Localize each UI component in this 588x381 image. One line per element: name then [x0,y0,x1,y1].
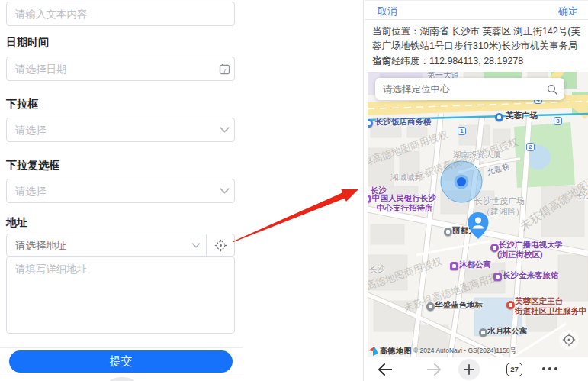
forward-icon[interactable] [424,357,444,381]
svg-text:7: 7 [223,66,226,73]
address-group [6,234,235,257]
map-locate-button[interactable] [559,330,579,350]
divider [0,347,243,348]
date-label: 日期时间 [6,36,49,50]
map-label-building: 湘域城邦 [390,173,423,182]
map-label-poi: 沐都公寓 [459,260,491,270]
poi-icon [450,262,458,270]
date-input-field[interactable]: 7 [6,57,235,81]
address-select-input[interactable] [7,240,186,251]
cancel-button[interactable]: 取消 [378,5,397,18]
map-search-input[interactable] [375,84,547,95]
chevron-down-icon [214,188,234,194]
text-input[interactable] [7,8,234,20]
map-label-metro: 芙蓉广场 [506,111,538,121]
metro-exit-badge: 2 [526,143,535,151]
map-label-poi: 芙蓉区定王台 [515,296,563,306]
divider [0,376,243,376]
poi-icon [479,328,487,337]
select-label: 下拉框 [6,98,38,111]
poi-icon [506,301,515,309]
calendar-icon[interactable]: 7 [214,63,234,75]
select-field[interactable] [6,118,235,142]
locate-button[interactable] [207,234,234,256]
picker-header: 取消 确定 [365,1,588,20]
address-select-field[interactable] [7,234,207,256]
back-icon[interactable] [375,357,395,381]
metro-station-icon [495,113,503,121]
poi-icon [493,273,502,281]
new-tab-button[interactable] [458,359,480,380]
map-label-building: 长沙 [369,264,385,274]
map-label-poi: 长沙金来客旅馆 [503,270,559,280]
address-label: 地址 [6,216,27,230]
text-input-field[interactable] [6,2,235,26]
browser-toolbar: 27 [365,357,588,381]
home-indicator [109,377,135,381]
location-picker-panel: 取消 确定 当前位置：湖南省 长沙市 芙蓉区 浏正街142号(芙蓉广场地铁站1号… [365,0,588,381]
metro-exit-badge: 3 [554,117,562,125]
map-attribution: 高德地图 © 2024 AutoNavi - GS(2024)1158号 [368,346,516,357]
date-input[interactable] [7,63,214,75]
map-label-poi: 长沙饭店商务楼 [375,117,432,127]
map-label-poi: 长沙广播电视大学 [499,240,563,250]
multiselect-field[interactable] [6,179,235,203]
chevron-down-icon [186,243,206,248]
map-label-poi: 街道社区卫生服务中 [515,306,587,316]
chevron-down-icon [214,127,234,133]
multiselect-input[interactable] [7,186,214,197]
map-label-poi: 华盛蓝色地标 [435,300,483,310]
map-label-poi: 水月林公寓 [487,326,528,336]
map-search-box[interactable] [375,78,564,100]
confirm-button[interactable]: 确定 [558,5,578,18]
select-input[interactable] [7,124,214,136]
submit-button[interactable]: 提交 [9,350,233,373]
amap-logo-icon [368,347,378,356]
metro-exit-badge: 1 [458,127,466,135]
map-label-building: 长沙 [575,191,588,201]
map-label-building: 长沙世茂广场 [474,196,525,206]
map-label-poi: 中国人民银行长沙 [372,193,436,203]
current-coordinates-text: 当前经纬度：112.984113, 28.19278 [372,55,581,68]
location-pin-icon [468,212,489,240]
menu-ellipsis-button[interactable] [542,367,557,370]
multiselect-label: 下拉复选框 [6,159,59,173]
poi-icon [426,302,435,311]
screen: 日期时间 7 下拉框 下拉复选框 [0,0,588,381]
map-label-poi: 中心支行招待所 [377,203,433,213]
address-detail-textarea[interactable] [6,257,235,334]
map-label-building: 湖南投资大厦 [453,150,501,160]
poi-icon [444,228,452,236]
tab-counter-button[interactable]: 27 [506,363,522,376]
map-canvas[interactable]: 未获得高德地图商用授权 未获得高德地图商用授权 未获得高德地图商用授权 未获得高… [368,72,588,357]
search-icon[interactable] [547,84,564,95]
map-label-poi: (浏正街校区) [497,250,543,260]
form-panel: 日期时间 7 下拉框 下拉复选框 [0,0,364,381]
